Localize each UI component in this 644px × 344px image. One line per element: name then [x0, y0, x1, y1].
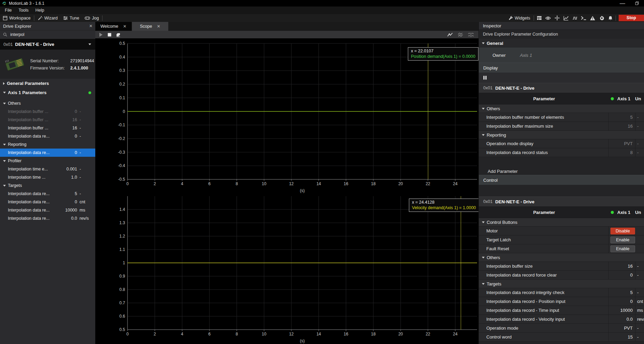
serial-number-label: Serial Number: — [30, 59, 59, 63]
move-icon — [555, 15, 560, 21]
add-parameter-button[interactable]: Add Parameter — [479, 167, 644, 175]
tree-param-row[interactable]: Interpolation buffer ...0- — [0, 107, 95, 116]
svg-text:1: 1 — [123, 260, 125, 265]
tree-param-row[interactable]: Interpolation buffer ...16- — [0, 124, 95, 132]
svg-text:0.3: 0.3 — [119, 68, 125, 73]
jog-button[interactable]: Jog — [82, 14, 101, 22]
menu-help[interactable]: Help — [32, 8, 48, 13]
svg-text:20: 20 — [398, 181, 403, 186]
tree-param-row-selected[interactable]: Interpolation data re...0- — [0, 149, 95, 157]
svg-text:1.3: 1.3 — [119, 220, 125, 225]
motion-move-button[interactable] — [552, 15, 561, 21]
chevron-down-icon — [482, 42, 485, 44]
tree-param-row[interactable]: Interpolation data re...0- — [0, 132, 95, 140]
notifications-bell-button[interactable] — [606, 16, 615, 21]
fault-reset-enable-button[interactable]: Enable — [610, 245, 635, 252]
close-icon[interactable]: ✕ — [157, 24, 160, 29]
display-section-others[interactable]: Others — [479, 104, 644, 113]
tune-button[interactable]: Tune — [60, 14, 82, 22]
tab-scope[interactable]: Scope ✕ — [132, 22, 168, 31]
svg-text:12: 12 — [289, 332, 294, 336]
table-row[interactable]: Interpolation data record - Position inp… — [479, 297, 644, 306]
tree-param-row[interactable]: Interpolation time ...1.0- — [0, 173, 95, 181]
tree-section-reporting[interactable]: Reporting — [0, 140, 95, 149]
display-section-band[interactable]: Display — [479, 63, 644, 73]
table-row[interactable]: Interpolation data record status8- — [479, 148, 644, 157]
menu-file[interactable]: File — [0, 8, 15, 13]
tree-section-profiler[interactable]: Profiler — [0, 157, 95, 165]
toolbar-separator — [34, 15, 34, 21]
scope-chart-button[interactable] — [561, 16, 570, 21]
table-row[interactable]: Operation mode displayPVT- — [479, 139, 644, 148]
workspace-button[interactable]: Workspace — [0, 14, 33, 22]
control-section-targets[interactable]: Targets — [479, 280, 644, 288]
tree-param-row[interactable]: Interpolation time e...0.001- — [0, 165, 95, 173]
table-widget-button[interactable] — [535, 16, 544, 20]
restore-button[interactable] — [635, 1, 641, 5]
table-row[interactable]: Interpolation data record - Time input10… — [479, 306, 644, 315]
motor-disable-button[interactable]: Disable — [610, 228, 635, 234]
svg-text:8: 8 — [235, 332, 238, 336]
tree-section-others[interactable]: Others — [0, 99, 95, 107]
chevron-down-icon — [482, 257, 485, 258]
control-section-others[interactable]: Others — [479, 253, 644, 262]
chevron-down-icon — [3, 144, 6, 145]
general-section-header[interactable]: General — [479, 39, 644, 48]
group-general-parameters[interactable]: General Parameters — [0, 79, 95, 88]
signal-stacked-icon[interactable] — [458, 32, 463, 37]
search-input[interactable] — [10, 32, 83, 37]
control-table-header: Parameter Axis 1 Un — [479, 207, 644, 218]
wizard-button[interactable]: Wizard — [35, 14, 60, 22]
display-section-reporting[interactable]: Reporting — [479, 131, 644, 139]
table-row[interactable]: Interpolation buffer maximum size16- — [479, 122, 644, 131]
stop-record-button[interactable] — [105, 33, 114, 37]
signal-wave-button[interactable] — [570, 16, 579, 20]
warnings-button[interactable] — [588, 16, 597, 21]
tree-param-row[interactable]: Interpolation data re...0.0rev/s — [0, 214, 95, 222]
target-latch-enable-button[interactable]: Enable — [610, 237, 635, 243]
axis-status-dot — [611, 97, 614, 100]
control-section-buttons[interactable]: Control Buttons — [479, 218, 644, 227]
group-axis1-parameters[interactable]: Axis 1 Parameters — [0, 88, 95, 97]
stop-button[interactable]: Stop — [619, 15, 644, 21]
table-row[interactable]: Interpolation buffer number of elements5… — [479, 113, 644, 122]
widgets-button[interactable]: Widgets — [506, 14, 533, 22]
watch-eye-button[interactable] — [544, 16, 552, 20]
table-row[interactable]: Interpolation data record - Velocity inp… — [479, 315, 644, 324]
svg-text:0: 0 — [126, 181, 129, 186]
close-icon[interactable]: ✕ — [86, 24, 95, 28]
svg-text:16: 16 — [344, 332, 349, 336]
table-row[interactable]: Interpolation buffer size16- — [479, 262, 644, 271]
tab-welcome[interactable]: Welcome ✕ — [95, 22, 132, 31]
tree-param-row[interactable]: Interpolation data re...0cnt — [0, 198, 95, 206]
owner-value[interactable]: Axis 1 — [520, 53, 532, 58]
svg-text:-0.2: -0.2 — [118, 136, 125, 141]
menu-tools[interactable]: Tools — [15, 8, 32, 13]
tree-param-row[interactable]: Interpolation data re...5- — [0, 190, 95, 198]
velocity-demand-chart[interactable]: 1.41.31.21.110.90.80.70.60.5024681012141… — [110, 194, 478, 344]
chevron-down-icon — [3, 160, 6, 162]
table-row[interactable]: Control word15- — [479, 333, 644, 342]
close-icon[interactable]: ✕ — [123, 24, 126, 29]
terminal-button[interactable] — [579, 16, 588, 20]
table-row[interactable]: Interpolation data record integrity chec… — [479, 288, 644, 297]
settings-gear-button[interactable] — [597, 15, 606, 21]
tree-param-row[interactable]: Interpolation buffer ...16- — [0, 116, 95, 124]
search-bar[interactable] — [0, 30, 95, 39]
table-row[interactable]: Interpolation data record force clear0- — [479, 271, 644, 280]
clear-eraser-button[interactable] — [114, 33, 122, 37]
position-demand-chart[interactable]: 0.50.40.30.20.10-0.1-0.2-0.3-0.4-0.50246… — [110, 41, 478, 195]
play-button[interactable] — [97, 33, 105, 37]
signal-grid-icon[interactable] — [468, 32, 474, 37]
tree-param-row[interactable]: Interpolation data re...10000ms — [0, 206, 95, 214]
serial-number-value: 2719014944 — [70, 59, 94, 63]
firmware-version-label: Firmware Version: — [30, 66, 65, 71]
axis-status-dot — [611, 211, 614, 214]
tree-section-targets[interactable]: Targets — [0, 181, 95, 190]
minimize-button[interactable]: — — [619, 0, 625, 7]
control-section-band[interactable]: Control — [479, 175, 644, 185]
device-selector[interactable]: 0x01 DEN-NET-E - Drive — [0, 39, 95, 50]
table-row[interactable]: Operation modePVT- — [479, 324, 644, 333]
signal-single-icon[interactable] — [447, 32, 453, 37]
pause-icon[interactable] — [483, 76, 487, 80]
